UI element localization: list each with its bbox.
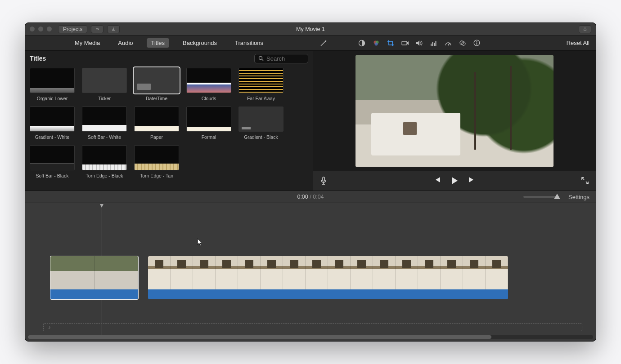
share-button[interactable] xyxy=(579,25,591,33)
title-tile[interactable]: Gradient - White xyxy=(30,107,75,140)
preview-viewer[interactable] xyxy=(313,51,596,171)
prev-icon[interactable] xyxy=(434,177,441,185)
transport-bar xyxy=(313,171,596,191)
titles-grid: Organic LowerTickerDate/TimeCloudsFar Fa… xyxy=(25,66,313,191)
music-icon: ♪ xyxy=(48,324,51,330)
tab-transitions[interactable]: Transitions xyxy=(230,38,268,48)
svg-rect-18 xyxy=(323,177,324,181)
tab-backgrounds[interactable]: Backgrounds xyxy=(178,38,221,48)
title-label: Soft Bar - White xyxy=(82,134,127,140)
timeline-scrollbar[interactable] xyxy=(28,335,593,339)
zoom-icon[interactable] xyxy=(47,27,52,31)
magic-wand-icon[interactable] xyxy=(320,39,328,47)
title-label: Clouds xyxy=(186,96,231,101)
svg-rect-0 xyxy=(96,28,98,30)
title-tile[interactable]: Paper xyxy=(134,107,179,140)
voiceover-icon[interactable] xyxy=(320,177,327,185)
svg-point-16 xyxy=(477,41,477,42)
speed-icon[interactable] xyxy=(445,40,453,46)
volume-icon[interactable] xyxy=(416,40,424,46)
title-thumbnail xyxy=(134,68,179,93)
title-tile[interactable]: Torn Edge - Black xyxy=(82,145,127,178)
svg-line-2 xyxy=(262,59,263,61)
title-tile[interactable]: Organic Lower xyxy=(30,68,75,101)
svg-rect-11 xyxy=(436,41,436,46)
color-balance-icon[interactable] xyxy=(358,40,366,47)
svg-point-6 xyxy=(375,42,378,45)
title-label: Ticker xyxy=(82,96,127,101)
title-label: Torn Edge - Tan xyxy=(134,173,179,178)
title-label: Far Far Away xyxy=(238,96,284,101)
title-tile[interactable]: Formal xyxy=(186,107,231,140)
svg-rect-17 xyxy=(477,43,477,45)
title-label: Soft Bar - Black xyxy=(30,173,75,178)
clip-audio[interactable] xyxy=(50,289,138,299)
tab-titles[interactable]: Titles xyxy=(147,38,170,48)
svg-rect-9 xyxy=(432,42,433,46)
title-thumbnail xyxy=(238,68,284,93)
title-thumbnail xyxy=(186,107,231,132)
title-thumbnail xyxy=(30,107,75,132)
projects-button[interactable]: Projects xyxy=(58,25,87,33)
import-media-button[interactable] xyxy=(91,25,104,33)
tab-audio[interactable]: Audio xyxy=(113,38,137,48)
title-label: Organic Lower xyxy=(30,96,75,101)
current-time: 0:00 xyxy=(297,194,308,200)
media-browser: My Media Audio Titles Backgrounds Transi… xyxy=(25,36,313,191)
info-icon[interactable] xyxy=(473,40,482,46)
inspector-toolbar: Reset All xyxy=(313,36,596,51)
search-icon xyxy=(258,56,264,61)
preview-canvas xyxy=(356,55,554,167)
zoom-slider[interactable] xyxy=(523,196,559,198)
title-tile[interactable]: Date/Time xyxy=(134,68,179,101)
title-tile[interactable]: Gradient - Black xyxy=(238,107,284,140)
duration: 0:04 xyxy=(313,194,324,200)
cursor-icon xyxy=(197,238,203,246)
color-correct-icon[interactable] xyxy=(373,40,381,47)
download-button[interactable] xyxy=(107,25,120,33)
title-tile[interactable]: Far Far Away xyxy=(238,68,284,101)
equalizer-icon[interactable] xyxy=(430,40,438,46)
title-thumbnail xyxy=(82,145,127,170)
title-thumbnail xyxy=(134,107,179,132)
title-thumbnail xyxy=(30,68,75,93)
title-thumbnail xyxy=(238,107,284,132)
video-track xyxy=(50,256,582,299)
fullscreen-icon[interactable] xyxy=(581,177,589,184)
title-thumbnail xyxy=(82,68,127,93)
titlebar: Projects My Movie 1 xyxy=(25,23,596,36)
title-thumbnail xyxy=(82,107,127,132)
title-tile[interactable]: Soft Bar - White xyxy=(82,107,127,140)
play-icon[interactable] xyxy=(451,177,458,185)
app-window: Projects My Movie 1 My Media Audio Title… xyxy=(25,22,596,342)
reset-all-button[interactable]: Reset All xyxy=(567,40,590,46)
title-label: Gradient - White xyxy=(30,134,75,140)
timeline-header: 0:00 / 0:04 Settings xyxy=(25,191,596,203)
title-thumbnail xyxy=(186,68,231,93)
title-label: Gradient - Black xyxy=(238,134,284,140)
timeline-clip[interactable] xyxy=(148,256,508,299)
title-tile[interactable]: Ticker xyxy=(82,68,127,101)
soundtrack-well[interactable]: ♪ xyxy=(43,323,582,331)
clip-audio[interactable] xyxy=(148,289,508,299)
minimize-icon[interactable] xyxy=(38,27,43,31)
browser-subbar: Titles xyxy=(25,51,313,66)
stabilize-icon[interactable] xyxy=(401,40,410,46)
crop-icon[interactable] xyxy=(387,40,395,47)
timeline-clip[interactable] xyxy=(50,256,138,299)
svg-line-12 xyxy=(448,43,450,45)
title-tile[interactable]: Soft Bar - Black xyxy=(30,145,75,178)
search-field[interactable] xyxy=(254,54,308,63)
title-label: Paper xyxy=(134,134,179,140)
close-icon[interactable] xyxy=(30,27,35,31)
timeline[interactable]: ♪ xyxy=(25,203,596,341)
svg-rect-8 xyxy=(431,44,432,46)
next-icon[interactable] xyxy=(468,177,475,185)
timeline-settings-button[interactable]: Settings xyxy=(568,194,590,200)
title-tile[interactable]: Clouds xyxy=(186,68,231,101)
filters-icon[interactable] xyxy=(459,40,467,46)
title-thumbnail xyxy=(134,145,179,170)
search-input[interactable] xyxy=(266,55,302,62)
tab-my-media[interactable]: My Media xyxy=(70,38,104,48)
title-tile[interactable]: Torn Edge - Tan xyxy=(134,145,179,178)
